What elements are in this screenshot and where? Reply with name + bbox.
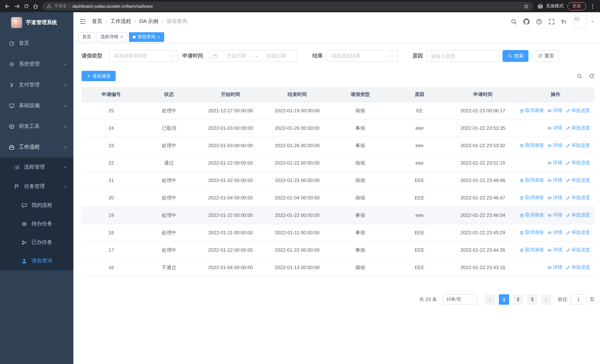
incognito-label: 无痕模式 (546, 3, 564, 9)
font-size-icon[interactable]: TT (561, 19, 567, 24)
bookmark-star-icon[interactable] (524, 3, 529, 9)
browser-reload-button[interactable] (24, 3, 29, 9)
trash-icon (520, 143, 524, 148)
sidebar-item-devtools[interactable]: 研发工具 (0, 116, 73, 137)
reason-input[interactable] (426, 50, 498, 62)
action-cancel-link[interactable]: 取消请假 (520, 177, 544, 184)
tab-close-icon[interactable] (157, 35, 160, 38)
cell-apply-id: 18 (82, 224, 141, 241)
browser-home-button[interactable] (33, 3, 38, 9)
action-cancel-link[interactable]: 取消请假 (520, 212, 544, 218)
sidebar-item-todo-task[interactable]: 待办任务 (0, 215, 73, 233)
eye-icon (547, 126, 552, 131)
action-detail-link[interactable]: 详情 (547, 177, 562, 184)
action-detail-link[interactable]: 详情 (547, 142, 562, 149)
help-icon[interactable] (536, 18, 542, 25)
action-progress-link[interactable]: 审批进度 (566, 195, 590, 201)
sidebar-collapse-icon[interactable] (79, 18, 86, 25)
action-progress-link[interactable]: 审批进度 (566, 142, 590, 149)
breadcrumb-item[interactable]: 首页 (92, 18, 102, 25)
page-button-2[interactable]: 2 (513, 294, 523, 305)
action-detail-link[interactable]: 详情 (547, 264, 562, 271)
table-row: 25处理中2021-12-27 00:00:002022-01-19 00:00… (82, 102, 594, 119)
cell-end-time: 2022-01-13 00:00:00 (264, 259, 331, 276)
sidebar-item-label: 请假查询 (31, 258, 52, 264)
goto-page-input[interactable] (570, 294, 587, 305)
tab-close-icon[interactable] (120, 35, 123, 38)
action-progress-link[interactable]: 审批进度 (566, 229, 590, 236)
action-progress-link[interactable]: 审批进度 (566, 107, 590, 114)
action-cancel-link[interactable]: 取消请假 (520, 142, 544, 149)
browser-menu-icon[interactable] (590, 3, 596, 9)
action-cancel-link[interactable]: 取消请假 (520, 107, 544, 114)
action-detail-link[interactable]: 详情 (547, 160, 562, 166)
breadcrumb-item[interactable]: 工作流程 (111, 18, 131, 25)
leave-type-select[interactable]: 请选择请假类型 (109, 50, 178, 62)
action-cancel-link[interactable]: 取消请假 (520, 229, 544, 236)
sidebar-item-done-task[interactable]: 已办任务 (0, 233, 73, 252)
cell-actions: 详情审批进度 (517, 154, 594, 172)
prev-page-button[interactable] (485, 294, 495, 305)
sidebar-item-leave-query[interactable]: 请假查询 (0, 252, 73, 270)
cell-start-time: 2022-01-22 00:00:00 (197, 172, 264, 189)
page-button-1[interactable]: 1 (499, 294, 509, 305)
action-progress-link[interactable]: 审批进度 (566, 247, 590, 253)
reset-button[interactable]: 重置 (533, 50, 559, 62)
action-progress-link[interactable]: 审批进度 (566, 212, 590, 218)
user-avatar[interactable] (573, 15, 587, 28)
sidebar-item-system[interactable]: 系统管理 (0, 54, 73, 75)
sidebar-item-infrastructure[interactable]: 基础设施 (0, 95, 73, 116)
sidebar-item-process-mgmt[interactable]: 流程管理 (0, 158, 73, 177)
next-page-button[interactable] (541, 294, 552, 305)
action-detail-link[interactable]: 详情 (547, 125, 562, 131)
action-progress-link[interactable]: 审批进度 (566, 125, 590, 131)
apply-time-range-picker[interactable]: 开始日期 - 结束日期 (209, 50, 298, 62)
action-detail-link[interactable]: 详情 (547, 107, 562, 114)
eye-icon (21, 221, 27, 227)
toolbar-refresh-icon[interactable] (589, 73, 594, 79)
page-size-select[interactable]: 10条/页 (443, 294, 477, 305)
action-detail-link[interactable]: 详情 (547, 229, 562, 236)
sidebar-item-my-process[interactable]: 我的流程 (0, 196, 73, 215)
cell-status: 处理中 (141, 172, 197, 189)
cell-reason: eee (390, 154, 449, 172)
action-progress-link[interactable]: 审批进度 (566, 264, 590, 271)
browser-forward-button[interactable] (14, 3, 20, 9)
start-date-placeholder: 开始日期 (219, 53, 254, 59)
tab-process-detail[interactable]: 流程详情 (97, 32, 127, 42)
action-label: 详情 (553, 125, 562, 131)
cell-reason: eee (390, 119, 449, 137)
sidebar-item-task-mgmt[interactable]: 任务管理 (0, 177, 73, 196)
breadcrumb-item[interactable]: OA 示例 (139, 18, 159, 25)
sidebar-item-label: 首页 (19, 40, 29, 47)
tab-home[interactable]: 首页 (79, 32, 95, 42)
fullscreen-icon[interactable] (548, 18, 555, 25)
page-button-3[interactable]: 3 (527, 294, 537, 305)
header-search-icon[interactable] (510, 18, 517, 25)
tab-leave-query[interactable]: 请假查询 (129, 32, 164, 42)
address-bar[interactable]: 不安全 dashboard.yudao.iocoder.cn/bpm/oa/le… (42, 2, 533, 10)
action-label: 审批进度 (572, 160, 590, 166)
action-cancel-link[interactable]: 取消请假 (520, 195, 544, 201)
action-detail-link[interactable]: 详情 (547, 212, 562, 218)
action-progress-link[interactable]: 审批进度 (566, 177, 590, 184)
address-divider (69, 4, 70, 9)
action-detail-link[interactable]: 详情 (547, 247, 562, 253)
create-leave-button[interactable]: 发起请假 (82, 71, 116, 81)
github-icon[interactable] (523, 18, 529, 25)
sidebar-item-payment[interactable]: 支付管理 (0, 75, 73, 95)
user-menu-caret-icon[interactable] (590, 20, 594, 23)
search-button[interactable]: 搜索 (503, 50, 528, 62)
action-detail-link[interactable]: 详情 (547, 195, 562, 201)
cell-apply-time: 2022-01-22 23:46:04 (449, 206, 517, 224)
browser-update-button[interactable]: 更新 (567, 2, 586, 10)
sidebar-item-home[interactable]: 首页 (0, 33, 73, 54)
toolbar-search-icon[interactable] (577, 73, 582, 79)
result-select[interactable]: 请选择流结果 (327, 50, 398, 62)
cell-end-time: 2022-01-19 00:00:00 (264, 102, 331, 119)
action-cancel-link[interactable]: 取消请假 (520, 247, 544, 253)
sidebar-item-workflow[interactable]: 工作流程 (0, 137, 73, 158)
browser-back-button[interactable] (4, 3, 10, 9)
action-label: 取消请假 (525, 107, 544, 114)
action-progress-link[interactable]: 审批进度 (566, 160, 590, 166)
